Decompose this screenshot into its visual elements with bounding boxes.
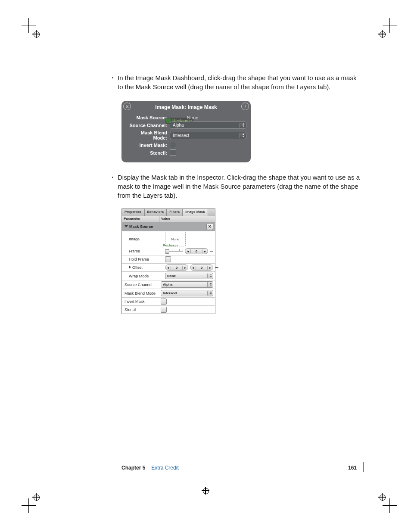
page-footer: Chapter 5 Extra Credit 161 [121, 464, 364, 472]
image-well[interactable]: None Rectangle [165, 232, 186, 246]
tab-properties[interactable]: Properties [122, 209, 145, 216]
invert-mask-checkbox[interactable] [161, 299, 167, 305]
frame-stepper[interactable]: ◂ 0 ▸ [185, 248, 208, 254]
wrap-mode-dropdown[interactable]: None▴▾ [165, 273, 213, 279]
disclosure-down-icon[interactable] [125, 225, 128, 227]
registration-mark [378, 493, 386, 501]
inspector-panel: Properties Behaviors Filters Image Mask … [121, 208, 215, 314]
body-text: In the Image Mask Dashboard, click-drag … [118, 73, 362, 91]
stepper-right-icon: ▸ [202, 249, 208, 253]
disclosure-right-icon [129, 265, 131, 269]
stencil-label: Stencil [122, 307, 159, 313]
offset-label[interactable]: Offset [122, 264, 163, 271]
mask-source-well[interactable]: None Rectangle [170, 115, 246, 120]
drag-chip[interactable]: Rectangle [163, 243, 178, 247]
source-channel-label: Source Channel: [126, 123, 167, 128]
tab-bar: Properties Behaviors Filters Image Mask [122, 209, 215, 216]
chapter-label: Chapter 5 [121, 465, 145, 471]
hud-title: Image Mask: Image Mask [126, 103, 246, 114]
col-parameter: Parameter [122, 216, 159, 222]
blend-mode-label: Mask Blend Mode: [126, 130, 167, 140]
blend-mode-dropdown[interactable]: Intersect▴▾ [161, 290, 213, 296]
stencil-checkbox[interactable] [161, 307, 167, 313]
offset-y-stepper[interactable]: ◂0▸ [190, 264, 213, 271]
close-icon[interactable]: ✕ [123, 103, 131, 110]
col-value: Value [159, 216, 172, 222]
blend-mode-dropdown[interactable]: Intersect ▴▾ [170, 132, 246, 139]
bullet-item: Display the Mask tab in the Inspector. C… [112, 173, 362, 200]
invert-mask-checkbox[interactable] [170, 142, 176, 148]
keyframe-indicator[interactable] [210, 251, 213, 252]
mask-source-label: Mask Source: [126, 115, 167, 120]
keyframe-indicator[interactable] [215, 267, 218, 268]
source-channel-dropdown[interactable]: Alpha ▴▾ [170, 121, 246, 129]
image-label: Image [122, 236, 163, 242]
blend-mode-label: Mask Blend Mode [122, 290, 159, 296]
body-text: Display the Mask tab in the Inspector. C… [118, 173, 362, 200]
tab-filters[interactable]: Filters [167, 209, 183, 216]
stepper-left-icon: ◂ [185, 249, 191, 253]
wrap-mode-label: Wrap Mode [122, 273, 163, 279]
image-mask-hud: ✕ i Image Mask: Image Mask Mask Source: … [121, 101, 251, 162]
hold-frame-label: Hold Frame [122, 256, 163, 262]
frame-label: Frame [122, 248, 163, 254]
registration-mark [202, 487, 209, 495]
offset-x-stepper[interactable]: ◂0▸ [165, 264, 188, 271]
frame-slider[interactable] [165, 249, 183, 253]
invert-mask-label: Invert Mask [122, 299, 159, 305]
mask-source-group[interactable]: Mask Source ✕ [122, 222, 215, 231]
hold-frame-checkbox[interactable] [165, 256, 171, 262]
chapter-title: Extra Credit [151, 465, 178, 471]
info-icon[interactable]: i [241, 103, 249, 110]
page-number: 161 [348, 465, 357, 471]
source-channel-label: Source Channel [122, 282, 159, 288]
tab-behaviors[interactable]: Behaviors [145, 209, 167, 216]
invert-mask-label: Invert Mask: [126, 143, 167, 148]
registration-mark [32, 493, 40, 501]
stencil-checkbox[interactable] [170, 149, 176, 156]
column-header: Parameter Value [122, 216, 215, 222]
stencil-label: Stencil: [126, 150, 167, 156]
source-channel-dropdown[interactable]: Alpha▴▾ [161, 281, 213, 288]
registration-mark [32, 30, 40, 38]
bullet-item: In the Image Mask Dashboard, click-drag … [112, 73, 362, 91]
footer-divider [363, 462, 364, 472]
tab-image-mask[interactable]: Image Mask [183, 209, 208, 216]
registration-mark [378, 30, 386, 38]
clear-source-button[interactable]: ✕ [206, 223, 213, 230]
